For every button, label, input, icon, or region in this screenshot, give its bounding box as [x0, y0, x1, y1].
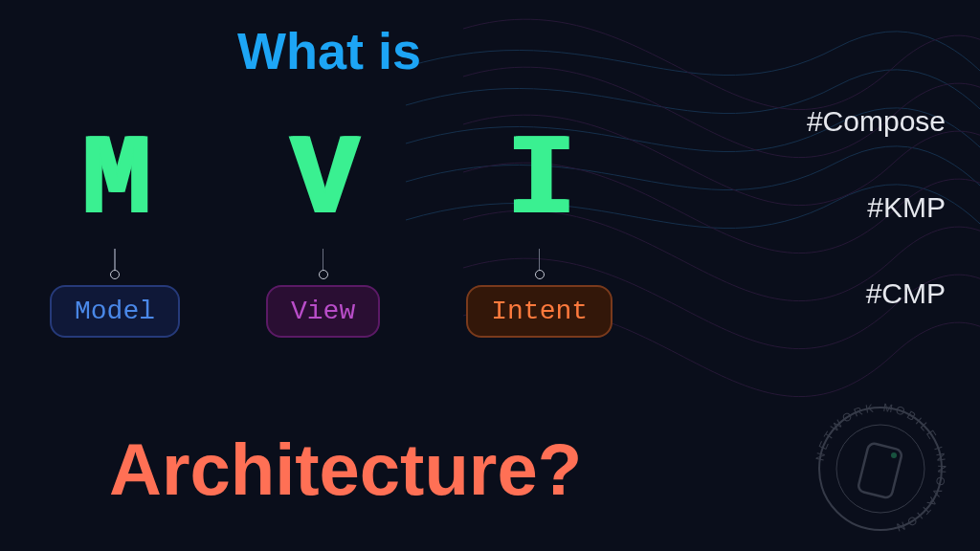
svg-point-0 — [819, 408, 942, 530]
label-intent: Intent — [466, 285, 612, 338]
letter-i: I — [507, 124, 572, 239]
mvi-row: M Model V View I Intent — [50, 124, 612, 338]
connector-icon — [535, 249, 545, 279]
watermark-stamp: NETWORK MOBILE INNOVATION — [804, 392, 957, 545]
label-view: View — [266, 285, 380, 338]
mvi-col-view: V View — [266, 124, 380, 338]
title-top: What is — [237, 21, 421, 80]
letter-m: M — [82, 124, 147, 239]
hashtag-list: #Compose #KMP #CMP — [807, 105, 946, 310]
svg-point-4 — [891, 452, 897, 458]
mvi-col-model: M Model — [50, 124, 180, 338]
svg-point-1 — [836, 425, 924, 513]
label-model: Model — [50, 285, 180, 338]
connector-icon — [319, 249, 328, 279]
hashtag-kmp: #KMP — [867, 191, 946, 224]
title-bottom: Architecture? — [109, 428, 582, 511]
hashtag-cmp: #CMP — [866, 277, 946, 310]
connector-icon — [110, 249, 120, 279]
svg-text:NETWORK  MOBILE  INNOVATION: NETWORK MOBILE INNOVATION — [813, 401, 948, 535]
mvi-col-intent: I Intent — [466, 124, 612, 338]
svg-rect-3 — [858, 442, 903, 498]
hashtag-compose: #Compose — [807, 105, 946, 138]
letter-v: V — [291, 124, 356, 239]
